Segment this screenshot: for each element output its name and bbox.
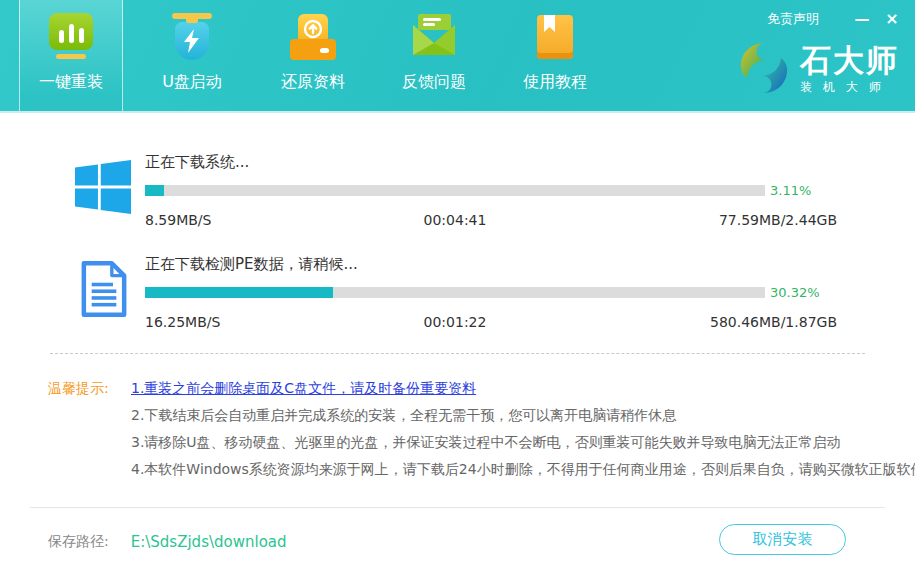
document-icon	[79, 261, 135, 317]
progress-fill	[145, 185, 164, 196]
download-time: 00:01:22	[424, 314, 487, 330]
brand-swirl-icon	[736, 40, 792, 100]
download-title: 正在下载检测PE数据，请稍候...	[145, 255, 837, 274]
progress-percent: 3.11%	[770, 183, 811, 198]
brand-logo: 石大师 装机大师	[736, 40, 899, 100]
tips-block: 温馨提示: 1.重装之前会删除桌面及C盘文件，请及时备份重要资料 2.下载结束后…	[48, 375, 885, 483]
cancel-install-button[interactable]: 取消安装	[719, 524, 846, 555]
footer-bar: 保存路径: E:\SdsZjds\download 取消安装	[30, 507, 885, 576]
tab-label: 还原资料	[281, 72, 345, 93]
download-size: 580.46MB/1.87GB	[710, 314, 837, 330]
download-title: 正在下载系统...	[145, 153, 837, 172]
tab-label: U盘启动	[162, 72, 222, 93]
download-row-system: 正在下载系统... 3.11% 8.59MB/S 00:04:41 77.59M…	[75, 153, 837, 228]
window-controls: 免责声明 — ×	[767, 9, 915, 29]
restore-box-icon	[290, 13, 336, 63]
minimize-icon[interactable]: —	[847, 9, 877, 29]
brand-subtitle: 装机大师	[800, 79, 899, 96]
save-path-label: 保存路径:	[48, 533, 109, 551]
download-speed: 16.25MB/S	[145, 314, 220, 330]
tips-label: 温馨提示:	[48, 375, 126, 483]
tab-tutorial[interactable]: 使用教程	[503, 0, 607, 111]
tab-label: 一键重装	[39, 72, 103, 93]
tip-item: 4.本软件Windows系统资源均来源于网上，请下载后24小时删除，不得用于任何…	[131, 456, 915, 483]
tab-label: 反馈问题	[402, 72, 466, 93]
dashed-divider	[50, 353, 865, 354]
tip-item: 3.请移除U盘、移动硬盘、光驱里的光盘，并保证安装过程中不会断电，否则重装可能失…	[131, 429, 915, 456]
progress-bar	[145, 185, 765, 196]
download-time: 00:04:41	[424, 212, 487, 228]
tab-feedback[interactable]: 反馈问题	[382, 0, 486, 111]
feedback-mail-icon	[411, 13, 457, 63]
tip-item: 1.重装之前会删除桌面及C盘文件，请及时备份重要资料	[131, 375, 915, 402]
progress-percent: 30.32%	[770, 285, 820, 300]
usb-drive-icon	[169, 13, 215, 63]
close-icon[interactable]: ×	[877, 9, 907, 29]
tab-usb-boot[interactable]: U盘启动	[140, 0, 244, 111]
download-row-pe: 正在下载检测PE数据，请稍候... 30.32% 16.25MB/S 00:01…	[75, 255, 837, 330]
download-speed: 8.59MB/S	[145, 212, 211, 228]
progress-fill	[145, 287, 333, 298]
chart-bars-icon	[48, 13, 94, 63]
title-bar: 一键重装 U盘启动	[0, 0, 915, 113]
tab-onekey-reinstall[interactable]: 一键重装	[19, 0, 123, 111]
windows-logo-icon	[75, 159, 131, 215]
disclaimer-link[interactable]: 免责声明	[767, 10, 819, 28]
save-path-value: E:\SdsZjds\download	[131, 533, 287, 551]
brand-name: 石大师	[800, 44, 899, 76]
progress-bar	[145, 287, 765, 298]
tip-item: 2.下载结束后会自动重启并完成系统的安装，全程无需干预，您可以离开电脑请稍作休息	[131, 402, 915, 429]
nav-tabs: 一键重装 U盘启动	[19, 0, 624, 111]
tab-restore-data[interactable]: 还原资料	[261, 0, 365, 111]
tutorial-book-icon	[532, 13, 578, 63]
download-size: 77.59MB/2.44GB	[719, 212, 837, 228]
tab-label: 使用教程	[523, 72, 587, 93]
